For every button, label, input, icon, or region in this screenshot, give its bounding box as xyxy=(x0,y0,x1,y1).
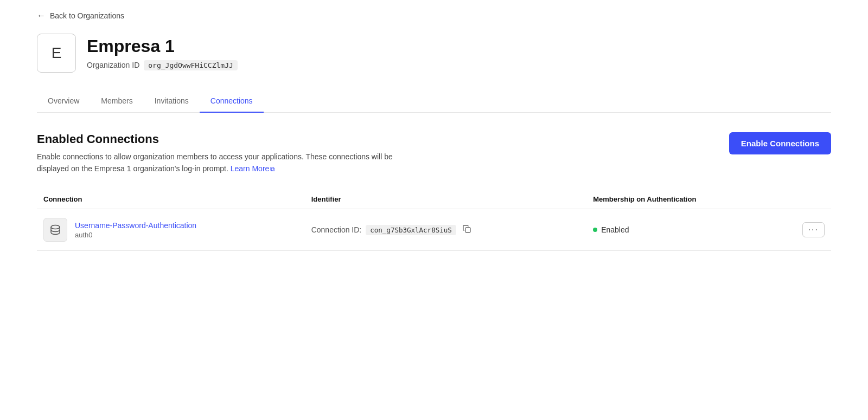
org-id-row: Organization ID org_JgdOwwFHiCCZlmJJ xyxy=(87,60,238,70)
connection-name-link[interactable]: Username-Password-Authentication xyxy=(75,221,196,230)
org-name: Empresa 1 xyxy=(87,36,238,56)
tab-connections[interactable]: Connections xyxy=(200,90,264,113)
col-connection: Connection xyxy=(37,190,305,209)
org-avatar: E xyxy=(37,34,76,73)
back-label: Back to Organizations xyxy=(50,11,124,20)
back-arrow-icon: ← xyxy=(37,11,46,21)
tab-members[interactable]: Members xyxy=(90,90,143,113)
status-label: Enabled xyxy=(601,225,629,234)
connection-id-value: con_g7Sb3GxlAcr8SiuS xyxy=(366,225,456,235)
id-label: Connection ID: xyxy=(311,225,362,234)
external-link-icon: ⧉ xyxy=(270,165,275,173)
section-title: Enabled Connections xyxy=(37,132,406,146)
org-id-value: org_JgdOwwFHiCCZlmJJ xyxy=(144,60,238,70)
col-identifier: Identifier xyxy=(305,190,586,209)
section-header-row: Enabled Connections Enable connections t… xyxy=(37,132,831,175)
col-membership: Membership on Authentication xyxy=(586,190,774,209)
status-dot xyxy=(593,228,597,232)
connection-cell: Username-Password-Authentication auth0 xyxy=(43,218,298,242)
org-id-label: Organization ID xyxy=(87,61,139,69)
org-info: Empresa 1 Organization ID org_JgdOwwFHiC… xyxy=(87,36,238,70)
tab-invitations[interactable]: Invitations xyxy=(144,90,200,113)
org-header: E Empresa 1 Organization ID org_JgdOwwFH… xyxy=(37,34,831,73)
identifier-cell: Connection ID: con_g7Sb3GxlAcr8SiuS xyxy=(311,224,580,236)
more-options-button[interactable]: ··· xyxy=(802,222,825,237)
copy-id-button[interactable] xyxy=(461,224,473,236)
section-info: Enabled Connections Enable connections t… xyxy=(37,132,406,175)
connection-icon xyxy=(43,218,67,242)
connections-table: Connection Identifier Membership on Auth… xyxy=(37,190,831,251)
enable-connections-button[interactable]: Enable Connections xyxy=(729,132,831,154)
connection-sub: auth0 xyxy=(75,231,196,239)
status-cell: Enabled xyxy=(593,225,767,234)
learn-more-link[interactable]: Learn More⧉ xyxy=(231,164,276,173)
tabs-nav: Overview Members Invitations Connections xyxy=(37,90,831,113)
tab-overview[interactable]: Overview xyxy=(37,90,90,113)
svg-point-0 xyxy=(51,225,60,229)
connections-content: Enabled Connections Enable connections t… xyxy=(37,113,831,251)
table-row: Username-Password-Authentication auth0 C… xyxy=(37,209,831,251)
back-to-organizations-link[interactable]: ← Back to Organizations xyxy=(37,11,124,21)
svg-rect-1 xyxy=(465,228,470,232)
section-description: Enable connections to allow organization… xyxy=(37,151,406,175)
